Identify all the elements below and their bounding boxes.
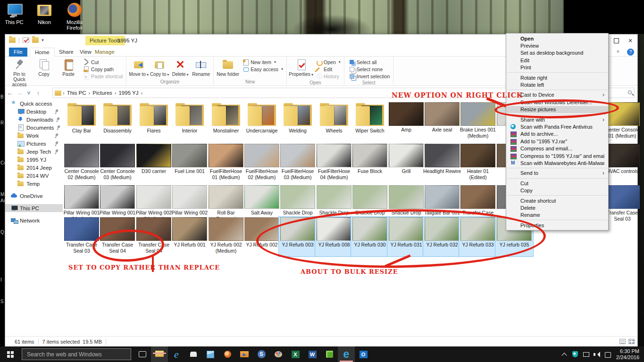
folder-interior[interactable]: Interior <box>171 102 209 141</box>
image-thumbnail <box>136 144 171 167</box>
panda-shield-icon[interactable] <box>572 351 578 358</box>
outlook-icon[interactable]: O <box>355 346 372 362</box>
menu-item-create-shortcut[interactable]: Create shortcut <box>506 197 608 204</box>
taskbar-search-input[interactable] <box>22 348 131 360</box>
app-s-icon[interactable]: S <box>253 346 270 362</box>
file-label: Wiper Switch <box>351 128 389 140</box>
task-view-icon[interactable] <box>134 346 151 362</box>
file-d30-carrier[interactable]: D30 carrier <box>135 143 173 183</box>
desktop-edge-label: Q <box>0 230 4 235</box>
file-amp[interactable]: Amp <box>387 102 425 141</box>
file-axle-seal[interactable]: Axle seal <box>423 102 461 141</box>
menu-item-scan-with-malwarebytes-anti-malware[interactable]: Scan with Malwarebytes Anti-Malware <box>506 159 608 166</box>
paint-icon[interactable] <box>270 346 287 362</box>
excel-icon[interactable]: X <box>287 346 304 362</box>
file-label: Amp <box>387 127 425 139</box>
app-orange-icon[interactable] <box>219 346 236 362</box>
file-heater-01-edited[interactable]: Heater 01 (Edited) <box>459 143 497 183</box>
thumbnails-view-button[interactable] <box>628 339 635 344</box>
menu-item-cut[interactable]: Cut <box>506 180 608 187</box>
file-label: Brake Lines 001 (Medium) <box>459 127 497 139</box>
edge-icon[interactable]: e <box>338 346 355 362</box>
menu-item-add-to-1995-yj-rar[interactable]: Add to "1995 YJ.rar" <box>506 138 608 145</box>
file-fuse-block[interactable]: Fuse Block <box>351 143 389 183</box>
app-cube-icon[interactable] <box>202 346 219 362</box>
desktop-icon-nikon[interactable]: Nikon <box>32 3 57 31</box>
network-icon[interactable] <box>583 351 589 358</box>
file-brake-lines-001-medium[interactable]: Brake Lines 001 (Medium) <box>459 102 497 141</box>
menu-item-open[interactable]: Open <box>506 35 608 42</box>
menu-item-compress-to-1995-yj-rar-and-email[interactable]: Compress to "1995 YJ.rar" and email <box>506 152 608 159</box>
folder-monstaliner[interactable]: Monstaliner <box>207 102 245 141</box>
file-yj-refurb-002-medium[interactable]: YJ Refurb 002 (Medium) <box>207 217 245 256</box>
menu-item-rename[interactable]: Rename <box>506 212 608 219</box>
desktop-icon-this-pc[interactable]: This PC <box>2 3 26 31</box>
file-fuelfilterhose-01-medium[interactable]: FuelFilterHose 01 (Medium) <box>207 143 245 183</box>
menu-item-label: Rotate right <box>520 75 547 81</box>
image-thumbnail <box>209 144 243 167</box>
file-transfer-case-seal-03-medium[interactable]: Transfer Case Seal 03 (Medium) <box>603 185 641 224</box>
image-thumbnail <box>605 144 640 167</box>
folder-icon <box>139 102 169 127</box>
folder-wiper-switch[interactable]: Wiper Switch <box>351 102 389 141</box>
file-fuelfilterhose-02-medium[interactable]: FuelFilterHose 02 (Medium) <box>243 143 281 183</box>
action-center-icon[interactable] <box>604 351 611 358</box>
folder-icon <box>102 102 133 127</box>
item-count: 61 items <box>15 339 34 345</box>
menu-item-add-to-archive[interactable]: Add to archive... <box>506 131 608 138</box>
store-icon[interactable] <box>185 346 202 362</box>
menu-item-rotate-right[interactable]: Rotate right <box>506 74 608 81</box>
folder-icon <box>211 102 241 127</box>
taskbar-clock[interactable]: 6:30 PM 2/24/2016 <box>616 348 639 361</box>
word-icon[interactable]: W <box>304 346 321 362</box>
file-center-console-02-medium[interactable]: Center Console 02 (Medium) <box>63 143 100 183</box>
file-fuelfilterhose-04-medium[interactable]: FuelFilterHose 04 (Medium) <box>315 143 353 183</box>
menu-item-label: Edit <box>520 58 529 63</box>
media-player-icon[interactable]: ▶ <box>236 346 253 362</box>
menu-item-print[interactable]: Print <box>506 64 608 71</box>
folder-clay-bar[interactable]: Clay Bar <box>63 102 100 141</box>
volume-icon[interactable] <box>594 351 600 358</box>
menu-item-delete[interactable]: Delete <box>506 204 608 211</box>
folder-icon <box>36 3 52 18</box>
details-view-button[interactable] <box>619 339 626 344</box>
menu-item-scan-with-panda-free-antivirus[interactable]: Scan with Panda Free Antivirus <box>506 123 608 130</box>
file-label: HVAC controls <box>603 168 641 181</box>
file-grill[interactable]: Grill <box>387 143 425 183</box>
folder-flares[interactable]: Flares <box>135 102 173 141</box>
file-fuel-line-001[interactable]: Fuel Line 001 <box>171 143 209 183</box>
folder-welding[interactable]: Welding <box>279 102 317 141</box>
menu-item-label: Send to <box>520 170 538 176</box>
image-thumbnail <box>352 144 387 167</box>
file-yj-refurb-001[interactable]: YJ Refurb 001 <box>171 217 209 256</box>
file-fuelfilterhose-03-medium[interactable]: FuelFilterHose 03 (Medium) <box>279 143 317 183</box>
image-thumbnail <box>244 144 279 167</box>
app-green-icon[interactable] <box>321 346 338 362</box>
menu-item-preview[interactable]: Preview <box>506 42 608 49</box>
menu-item-rotate-left[interactable]: Rotate left <box>506 81 608 88</box>
folder-undercarraige[interactable]: Undercarraige <box>243 102 281 141</box>
internet-explorer-icon[interactable]: e <box>168 346 185 362</box>
menu-item-send-to[interactable]: Send to› <box>506 170 608 177</box>
mbam-icon <box>510 160 517 166</box>
context-menu: OpenPreviewSet as desktop backgroundEdit… <box>506 33 609 230</box>
menu-item-set-as-desktop-background[interactable]: Set as desktop background <box>506 49 608 57</box>
folder-icon <box>319 102 349 127</box>
start-button[interactable] <box>0 346 22 362</box>
menu-item-copy[interactable]: Copy <box>506 187 608 194</box>
desktop-icon-mozilla-firefox[interactable]: Mozilla Firefox <box>62 3 87 31</box>
file-hvac-controls[interactable]: HVAC controls <box>603 143 641 183</box>
status-bar: 61 items 7 items selected 19.5 MB <box>5 336 637 346</box>
chevron-up-icon[interactable] <box>561 351 568 358</box>
menu-item-compress-and-email[interactable]: Compress and email... <box>506 145 608 152</box>
folder-disassembly[interactable]: Disassembly <box>99 102 136 141</box>
file-headlight-rewire[interactable]: Headlight Rewire <box>423 143 461 183</box>
folder-wheels[interactable]: Wheels <box>315 102 353 141</box>
file-center-console-03-medium[interactable]: Center Console 03 (Medium) <box>99 143 136 183</box>
desktop-edge-label: R <box>0 120 4 125</box>
menu-item-label: Cast to Device <box>520 92 554 98</box>
file-explorer-icon[interactable] <box>151 346 168 362</box>
file-label: FuelFilterHose 03 (Medium) <box>279 168 317 181</box>
image-thumbnail <box>460 102 495 126</box>
menu-item-edit[interactable]: Edit <box>506 57 608 64</box>
